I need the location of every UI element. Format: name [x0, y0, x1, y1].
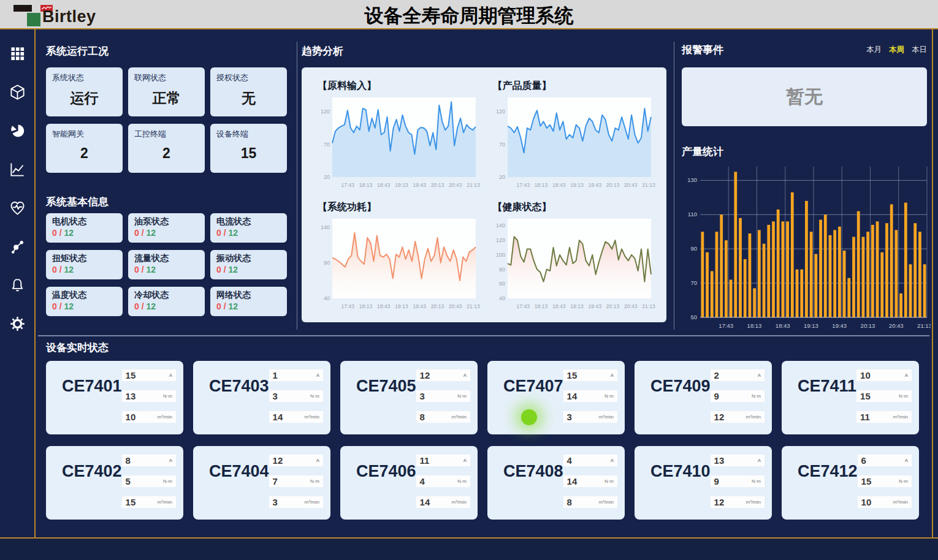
- network-nodes-icon[interactable]: [8, 237, 26, 255]
- svg-text:18:13: 18:13: [747, 322, 762, 329]
- trend-chart-title: 【健康状态】: [493, 201, 660, 214]
- metric-value: 15: [126, 370, 136, 380]
- device-metrics: 15A13N·m10m³/min: [122, 369, 176, 434]
- section-title-production: 产量统计: [682, 145, 723, 159]
- alarm-tab-本日[interactable]: 本日: [912, 45, 927, 55]
- trend-chart-cell: 【原料输入】207012017:4318:1318:4319:1319:4320…: [311, 76, 487, 197]
- svg-text:18:13: 18:13: [534, 182, 547, 188]
- cube-icon[interactable]: [8, 83, 26, 101]
- metric-value: 15: [860, 391, 871, 401]
- device-name: CE7408: [503, 462, 563, 520]
- device-metric-row: 7N·m: [269, 475, 323, 487]
- svg-text:19:13: 19:13: [804, 322, 818, 329]
- device-card-CE7411[interactable]: CE741110A15N·m11m³/min: [782, 361, 919, 434]
- metric-unit: N·m: [310, 393, 319, 399]
- device-card-CE7401[interactable]: CE740115A13N·m10m³/min: [46, 361, 183, 434]
- metric-value: 9: [714, 476, 719, 486]
- device-metrics: 12A3N·m8m³/min: [416, 369, 470, 434]
- count-alarm: 0 /: [52, 301, 64, 311]
- trend-chart-system_power: 409014017:4318:1318:4319:1319:4320:1320:…: [314, 215, 481, 313]
- alarm-tab-本周[interactable]: 本周: [889, 45, 904, 55]
- device-metric-row: 4N·m: [416, 475, 470, 487]
- status-card-label: 工控终端: [134, 129, 199, 140]
- device-card-CE7406[interactable]: CE740611A4N·m14m³/min: [340, 446, 478, 520]
- metric-unit: N·m: [457, 393, 467, 399]
- count-total: 12: [228, 265, 238, 274]
- status-card: 授权状态无: [210, 67, 287, 116]
- device-name: CE7407: [503, 377, 563, 434]
- device-metrics: 13A9N·m12m³/min: [711, 455, 765, 520]
- svg-text:120: 120: [321, 108, 330, 115]
- bell-icon[interactable]: [8, 276, 26, 294]
- svg-text:140: 140: [321, 224, 330, 230]
- device-card-CE7407[interactable]: CE740715A14N·m3m³/min: [487, 361, 625, 434]
- svg-text:20: 20: [324, 174, 330, 180]
- svg-text:70: 70: [324, 142, 330, 148]
- status-card-value: 运行: [52, 89, 116, 108]
- count-total: 12: [64, 301, 74, 311]
- basic-info-count: 0 / 12: [52, 227, 116, 238]
- metric-value: 1: [273, 370, 278, 380]
- device-card-CE7408[interactable]: CE74084A14N·m8m³/min: [487, 446, 625, 520]
- device-metric-row: 1A: [269, 369, 323, 381]
- status-card-value: 2: [52, 145, 116, 162]
- device-metrics: 15A14N·m3m³/min: [563, 369, 617, 434]
- svg-text:21:13: 21:13: [642, 303, 655, 309]
- metric-unit: A: [463, 458, 467, 463]
- metric-value: 15: [567, 370, 578, 380]
- status-card-value: 15: [216, 145, 281, 162]
- metric-unit: A: [611, 458, 614, 463]
- svg-text:18:43: 18:43: [776, 322, 790, 329]
- status-card-label: 设备终端: [216, 129, 281, 140]
- metric-value: 4: [567, 455, 572, 466]
- device-card-CE7405[interactable]: CE740512A3N·m8m³/min: [340, 361, 478, 434]
- device-metric-row: 11A: [416, 455, 470, 466]
- device-metrics: 8A5N·m15m³/min: [122, 455, 176, 520]
- device-card-CE7410[interactable]: CE741013A9N·m12m³/min: [635, 446, 772, 520]
- alarm-tab-本月[interactable]: 本月: [866, 45, 882, 55]
- svg-text:19:43: 19:43: [588, 182, 601, 188]
- active-indicator-dot: [521, 409, 537, 425]
- metric-value: 15: [126, 497, 136, 507]
- metric-unit: A: [611, 373, 614, 378]
- health-monitor-icon[interactable]: [8, 199, 26, 217]
- basic-info-card: 电机状态0 / 12: [46, 213, 123, 243]
- page-title: 设备全寿命周期管理系统: [0, 3, 938, 29]
- svg-text:19:43: 19:43: [413, 303, 427, 309]
- basic-info-label: 电机状态: [52, 216, 116, 227]
- device-card-CE7402[interactable]: CE74028A5N·m15m³/min: [46, 446, 183, 520]
- metric-unit: A: [758, 458, 761, 463]
- count-alarm: 0 /: [52, 228, 64, 238]
- main-content: 系统运行工况 系统状态运行联网状态正常授权状态无智能网关2工控终端2设备终端15…: [36, 29, 932, 537]
- device-card-CE7409[interactable]: CE74092A9N·m12m³/min: [635, 361, 772, 434]
- status-card: 工控终端2: [128, 124, 205, 173]
- device-card-CE7403[interactable]: CE74031A3N·m14m³/min: [193, 361, 330, 434]
- horizontal-divider: [38, 335, 929, 336]
- metric-value: 3: [273, 391, 278, 401]
- status-card-label: 授权状态: [216, 72, 281, 83]
- metric-value: 11: [420, 455, 430, 466]
- device-metric-row: 10A: [856, 369, 912, 381]
- basic-info-label: 振动状态: [216, 253, 281, 264]
- menu-grid-icon[interactable]: [8, 44, 26, 62]
- basic-info-label: 网络状态: [216, 290, 281, 301]
- gear-icon[interactable]: [8, 314, 26, 333]
- device-metric-row: 13A: [711, 455, 765, 466]
- device-card-CE7412[interactable]: CE74126A15N·m10m³/min: [782, 446, 919, 520]
- device-metric-row: 3N·m: [269, 390, 323, 402]
- alarm-empty-text: 暂无: [786, 85, 823, 110]
- metric-value: 12: [420, 370, 430, 380]
- metric-value: 8: [420, 412, 425, 422]
- metric-unit: m³/min: [158, 414, 172, 420]
- svg-text:20:43: 20:43: [449, 182, 462, 188]
- count-total: 12: [64, 228, 74, 238]
- line-chart-icon[interactable]: [8, 160, 26, 178]
- count-total: 12: [146, 265, 156, 274]
- basic-info-count: 0 / 12: [216, 227, 281, 238]
- trend-chart-product_quality: 207012017:4318:1318:4319:1319:4320:1320:…: [489, 94, 656, 192]
- pie-chart-icon[interactable]: [8, 121, 26, 140]
- device-card-CE7404[interactable]: CE740412A7N·m3m³/min: [193, 446, 330, 520]
- metric-unit: A: [316, 458, 319, 463]
- metric-value: 6: [861, 455, 866, 466]
- status-card: 设备终端15: [210, 124, 287, 173]
